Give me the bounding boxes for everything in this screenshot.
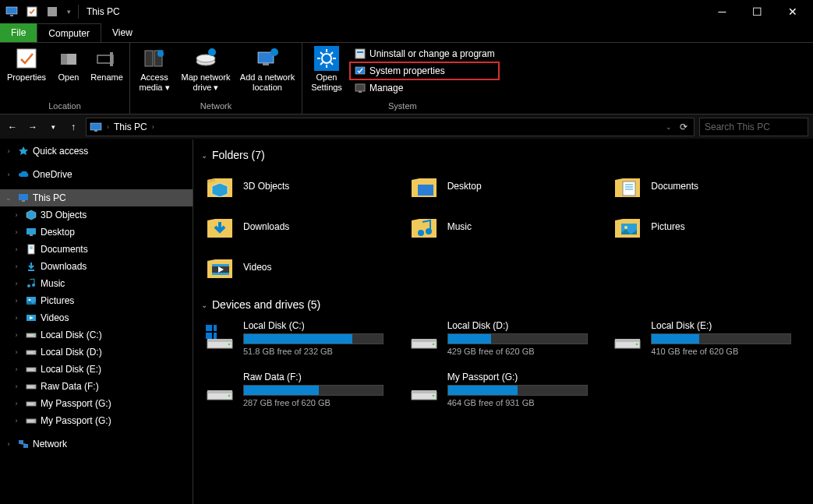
drive-item[interactable]: Local Disk (D:)429 GB free of 620 GB [405, 317, 602, 359]
folders-section-header[interactable]: ⌄ Folders (7) [201, 149, 805, 161]
svg-rect-61 [23, 444, 28, 448]
svg-rect-1 [10, 15, 13, 16]
folder-item[interactable]: Documents [609, 167, 805, 205]
drive-item[interactable]: Local Disk (E:)410 GB free of 620 GB [609, 317, 805, 359]
back-button[interactable]: ← [5, 119, 20, 135]
chevron-right-icon[interactable]: › [11, 331, 22, 339]
qat-dropdown-icon[interactable]: ▾ [64, 3, 73, 20]
drive-item[interactable]: Local Disk (C:)51.8 GB free of 232 GB [201, 317, 398, 359]
tab-file[interactable]: File [0, 23, 37, 42]
chevron-right-icon[interactable]: › [152, 123, 154, 131]
tree-item[interactable]: ›Local Disk (C:) [0, 326, 193, 344]
access-media-button[interactable]: Access media ▾ [135, 44, 174, 100]
drives-section-header[interactable]: ⌄ Devices and drives (5) [201, 298, 805, 311]
map-network-drive-button[interactable]: Map network drive ▾ [179, 44, 233, 100]
tree-quick-access[interactable]: › Quick access [0, 143, 193, 160]
chevron-right-icon[interactable]: › [11, 417, 22, 425]
tree-item[interactable]: ›Raw Data (F:) [0, 378, 193, 395]
open-button[interactable]: Open [53, 44, 84, 100]
svg-rect-9 [145, 51, 153, 66]
uninstall-program-button[interactable]: Uninstall or change a program [351, 46, 498, 62]
folder-icon [204, 252, 235, 283]
chevron-right-icon[interactable]: › [3, 171, 14, 178]
chevron-right-icon[interactable]: › [11, 263, 22, 270]
tree-item[interactable]: ›My Passport (G:) [0, 412, 193, 429]
properties-button[interactable]: Properties [5, 44, 48, 100]
chevron-right-icon[interactable]: › [11, 211, 22, 219]
tree-item[interactable]: ›Documents [0, 241, 193, 258]
drive-name: Local Disk (C:) [243, 320, 394, 331]
system-properties-button[interactable]: System properties [351, 63, 498, 79]
tree-item[interactable]: ›Pictures [0, 292, 193, 309]
svg-rect-29 [357, 51, 363, 53]
qat-blank-icon[interactable] [44, 3, 61, 20]
tree-this-pc[interactable]: ⌄ This PC [0, 189, 193, 206]
folder-item[interactable]: Music [405, 208, 602, 245]
chevron-right-icon[interactable]: › [11, 348, 22, 356]
folder-item[interactable]: Downloads [201, 208, 398, 245]
close-button[interactable]: ✕ [775, 0, 810, 23]
up-button[interactable]: ↑ [65, 119, 81, 135]
tab-computer[interactable]: Computer [37, 23, 101, 42]
tree-onedrive[interactable]: › OneDrive [0, 166, 193, 183]
drive-item[interactable]: My Passport (G:)464 GB free of 931 GB [405, 368, 602, 411]
folder-item[interactable]: Desktop [405, 167, 602, 205]
chevron-right-icon[interactable]: › [11, 382, 22, 390]
address-bar[interactable]: › This PC › ⌄ ⟳ [86, 118, 695, 136]
tree-item[interactable]: ›Downloads [0, 258, 193, 275]
drive-item[interactable]: Raw Data (F:)287 GB free of 620 GB [201, 368, 398, 411]
chevron-right-icon[interactable]: › [11, 314, 22, 322]
chevron-right-icon[interactable]: › [11, 365, 22, 373]
svg-rect-32 [359, 91, 362, 93]
forward-button[interactable]: → [25, 119, 41, 135]
folder-item[interactable]: 3D Objects [201, 167, 398, 205]
svg-rect-31 [355, 84, 365, 91]
breadcrumb-thispc[interactable]: This PC [114, 122, 147, 132]
group-label-location: Location [5, 100, 125, 114]
tree-item[interactable]: ›3D Objects [0, 206, 193, 224]
chevron-right-icon[interactable]: › [11, 297, 22, 305]
chevron-down-icon[interactable]: ⌄ [3, 194, 14, 202]
chevron-right-icon[interactable]: › [11, 280, 22, 287]
ribbon: Properties Open Rename Location [0, 43, 813, 115]
tree-item-label: 3D Objects [41, 210, 87, 220]
chevron-right-icon[interactable]: › [107, 123, 109, 131]
manage-button[interactable]: Manage [351, 80, 498, 96]
tree-item[interactable]: ›Desktop [0, 224, 193, 241]
qat-properties-icon[interactable] [23, 3, 41, 20]
refresh-icon[interactable]: ⟳ [680, 122, 688, 132]
search-input[interactable] [705, 122, 803, 132]
qat-computer-icon[interactable] [3, 3, 20, 20]
folder-label: Downloads [243, 221, 289, 232]
folder-icon [612, 171, 643, 202]
tree-item[interactable]: ›My Passport (G:) [0, 395, 193, 412]
chevron-right-icon[interactable]: › [11, 228, 22, 236]
tree-network[interactable]: › Network [0, 435, 193, 453]
rename-button[interactable]: Rename [89, 44, 125, 100]
qat-separator [78, 5, 79, 19]
svg-point-93 [432, 395, 434, 397]
tree-item[interactable]: ›Local Disk (E:) [0, 361, 193, 378]
tree-item-label: Documents [41, 244, 88, 255]
minimize-button[interactable]: ─ [705, 0, 740, 23]
tree-item[interactable]: ›Local Disk (D:) [0, 344, 193, 361]
chevron-right-icon[interactable]: › [3, 440, 14, 448]
tab-view[interactable]: View [101, 23, 143, 42]
chevron-right-icon[interactable]: › [11, 400, 22, 407]
add-location-icon [255, 46, 280, 71]
open-settings-button[interactable]: Open Settings [307, 44, 346, 100]
chevron-right-icon[interactable]: › [11, 245, 22, 253]
chevron-right-icon[interactable]: › [3, 147, 14, 155]
dropdown-icon[interactable]: ⌄ [666, 123, 672, 131]
search-box[interactable] [699, 118, 808, 136]
maximize-button[interactable]: ☐ [740, 0, 775, 23]
drive-usage-bar [651, 333, 791, 344]
recent-locations-button[interactable]: ▾ [45, 119, 61, 135]
add-network-location-button[interactable]: Add a network location [238, 44, 297, 100]
folder-label: Desktop [447, 181, 482, 192]
svg-point-46 [29, 299, 31, 301]
tree-item[interactable]: ›Videos [0, 309, 193, 326]
tree-item[interactable]: ›Music [0, 275, 193, 292]
folder-item[interactable]: Videos [201, 248, 398, 286]
folder-item[interactable]: Pictures [609, 208, 805, 245]
